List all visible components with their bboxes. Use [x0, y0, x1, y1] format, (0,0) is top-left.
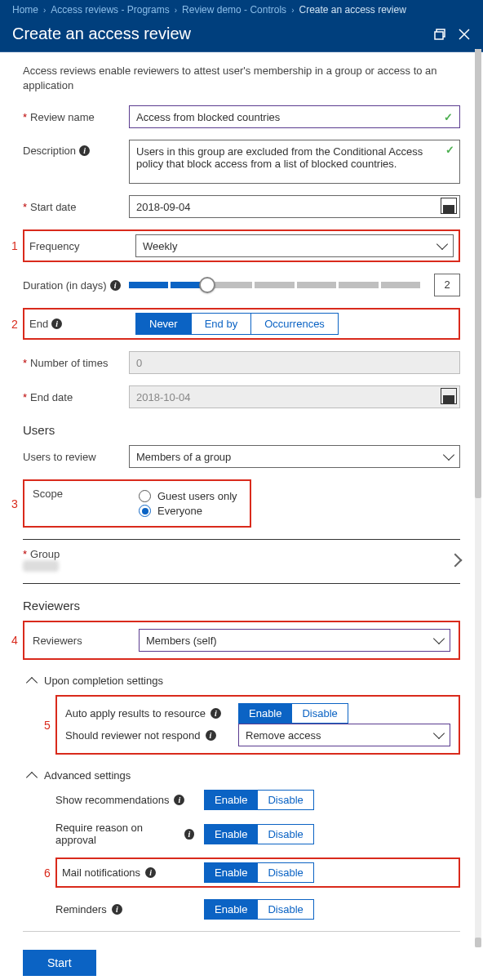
intro-text: Access reviews enable reviewers to attes… — [23, 64, 460, 92]
reminders-toggle: Enable Disable — [204, 899, 314, 920]
scope-radio-everyone[interactable]: Everyone — [139, 505, 237, 517]
scope-guest-label: Guest users only — [157, 490, 237, 502]
toggle-advanced-settings[interactable]: Advanced settings — [28, 769, 460, 782]
frequency-select[interactable]: Weekly — [135, 234, 454, 257]
description-input[interactable]: Users in this group are excluded from th… — [129, 140, 460, 184]
breadcrumb-link[interactable]: Access reviews - Programs — [51, 4, 169, 16]
group-value-redacted — [23, 560, 59, 572]
label-num-times: Number of times — [23, 357, 121, 369]
start-date-value: 2018-09-04 — [136, 201, 191, 213]
annotation-2: 2 — [11, 318, 18, 331]
restore-icon[interactable] — [433, 28, 446, 41]
breadcrumb-link[interactable]: Review demo - Controls — [182, 4, 286, 16]
enable-button[interactable]: Enable — [204, 790, 258, 810]
info-icon[interactable]: i — [174, 795, 184, 805]
calendar-icon[interactable] — [441, 198, 457, 214]
disable-button[interactable]: Disable — [258, 824, 313, 844]
label-mail: Mail notifications i — [62, 866, 194, 879]
not-respond-select[interactable]: Remove access — [238, 724, 450, 746]
scope-everyone-label: Everyone — [157, 505, 202, 517]
enable-button[interactable]: Enable — [204, 824, 258, 844]
reviewers-select[interactable]: Members (self) — [139, 629, 450, 652]
end-option-endby[interactable]: End by — [192, 313, 251, 335]
enable-button[interactable]: Enable — [238, 703, 292, 724]
toggle-completion-settings[interactable]: Upon completion settings — [28, 675, 460, 687]
review-name-input[interactable]: Access from blocked countries ✓ — [129, 105, 460, 128]
valid-icon: ✓ — [444, 111, 453, 123]
info-icon[interactable]: i — [184, 829, 194, 840]
info-icon[interactable]: i — [210, 708, 221, 719]
info-icon[interactable]: i — [206, 730, 216, 741]
label-users-to-review: Users to review — [23, 451, 121, 463]
valid-icon: ✓ — [445, 144, 454, 156]
annotation-3: 3 — [11, 497, 18, 510]
disable-button[interactable]: Disable — [292, 703, 348, 724]
annotation-6: 6 — [44, 866, 51, 880]
info-icon[interactable]: i — [145, 867, 156, 878]
label-reviewers: Reviewers — [33, 635, 131, 647]
label-end: End i — [29, 318, 127, 330]
reason-toggle: Enable Disable — [204, 824, 314, 844]
slider-knob[interactable] — [199, 277, 215, 293]
not-respond-value: Remove access — [246, 729, 321, 742]
info-icon[interactable]: i — [110, 280, 121, 291]
section-users: Users — [23, 423, 460, 437]
start-button[interactable]: Start — [23, 950, 96, 976]
annotation-4: 4 — [11, 634, 18, 647]
duration-slider[interactable] — [129, 281, 423, 289]
users-to-review-select[interactable]: Members of a group — [129, 445, 460, 468]
annotation-1: 1 — [11, 239, 18, 252]
chevron-up-icon — [26, 772, 38, 783]
auto-apply-toggle: Enable Disable — [238, 703, 348, 724]
info-icon[interactable]: i — [112, 904, 122, 915]
description-value: Users in this group are excluded from th… — [136, 145, 423, 170]
chevron-right-icon — [449, 553, 463, 567]
label-reminders: Reminders i — [55, 903, 194, 915]
end-date-input: 2018-10-04 — [129, 385, 460, 408]
chevron-down-icon — [433, 633, 445, 644]
label-scope: Scope — [33, 488, 131, 500]
disable-button[interactable]: Disable — [258, 862, 313, 883]
duration-value-input[interactable]: 2 — [434, 274, 460, 296]
label-start-date: Start date — [23, 201, 121, 213]
users-to-review-value: Members of a group — [136, 451, 231, 463]
group-picker[interactable]: Group — [23, 546, 460, 577]
calendar-icon — [441, 388, 457, 404]
start-date-input[interactable]: 2018-09-04 — [129, 195, 460, 218]
scope-radio-guest[interactable]: Guest users only — [139, 490, 237, 502]
end-option-occurrences[interactable]: Occurrences — [251, 313, 339, 335]
end-segmented-control: Never End by Occurrences — [135, 313, 454, 335]
label-auto-apply: Auto apply results to resource i — [65, 707, 228, 719]
reviewers-value: Members (self) — [146, 635, 217, 647]
info-icon[interactable]: i — [79, 145, 90, 156]
enable-button[interactable]: Enable — [204, 862, 258, 883]
chevron-down-icon — [433, 728, 445, 739]
chevron-down-icon — [443, 449, 454, 461]
scrollbar[interactable] — [475, 49, 481, 947]
annotation-5: 5 — [44, 719, 51, 732]
disable-button[interactable]: Disable — [258, 790, 313, 810]
mail-toggle: Enable Disable — [204, 862, 314, 883]
page-title: Create an access review — [12, 24, 191, 43]
scroll-thumb[interactable] — [475, 49, 481, 498]
label-group: Group — [23, 548, 60, 560]
end-option-never[interactable]: Never — [135, 313, 192, 335]
label-frequency: Frequency — [29, 240, 127, 252]
scroll-thumb[interactable] — [475, 938, 481, 947]
chevron-up-icon — [26, 677, 38, 688]
section-reviewers: Reviewers — [23, 599, 460, 612]
breadcrumb-current: Create an access review — [299, 4, 405, 16]
frequency-value: Weekly — [143, 240, 177, 252]
disable-button[interactable]: Disable — [258, 899, 313, 920]
enable-button[interactable]: Enable — [204, 899, 258, 920]
review-name-value: Access from blocked countries — [136, 111, 280, 123]
label-duration: Duration (in days) i — [23, 279, 121, 292]
num-times-input: 0 — [129, 351, 460, 374]
info-icon[interactable]: i — [51, 318, 62, 329]
label-review-name: Review name — [23, 111, 121, 123]
radio-icon — [139, 505, 151, 517]
label-end-date: End date — [23, 391, 121, 403]
close-icon[interactable] — [458, 28, 471, 41]
breadcrumb-home[interactable]: Home — [12, 4, 38, 16]
breadcrumb: Home› Access reviews - Programs› Review … — [0, 0, 483, 20]
